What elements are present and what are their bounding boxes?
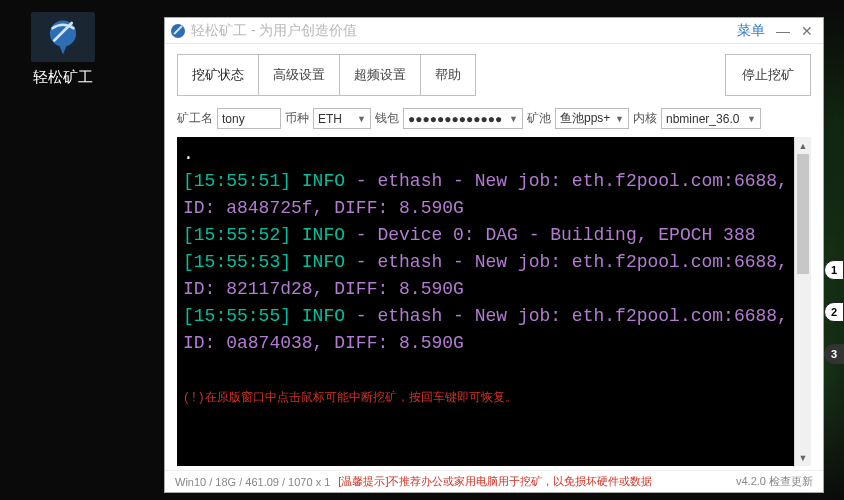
miner-name-label: 矿工名 xyxy=(177,110,213,127)
minimize-button[interactable]: — xyxy=(771,23,795,39)
status-tip: [温馨提示]不推荐办公或家用电脑用于挖矿，以免损坏硬件或数据 xyxy=(338,474,652,489)
chevron-down-icon: ▼ xyxy=(611,114,624,124)
chevron-down-icon: ▼ xyxy=(505,114,518,124)
pool-label: 矿池 xyxy=(527,110,551,127)
terminal-container: . [15:55:51] INFO - ethash - New job: et… xyxy=(177,137,811,466)
tab-help[interactable]: 帮助 xyxy=(421,54,476,96)
chevron-down-icon: ▼ xyxy=(743,114,756,124)
coin-value: ETH xyxy=(318,112,342,126)
side-pill-group: 1 2 3 xyxy=(824,260,844,364)
scroll-up-button[interactable]: ▲ xyxy=(795,137,811,154)
menu-button[interactable]: 菜单 xyxy=(731,22,771,40)
toolbar: 挖矿状态 高级设置 超频设置 帮助 停止挖矿 xyxy=(165,44,823,106)
tab-overclock[interactable]: 超频设置 xyxy=(340,54,421,96)
pool-value: 鱼池pps+ xyxy=(560,110,610,127)
wallet-select[interactable]: ●●●●●●●●●●●●●▼ xyxy=(403,108,523,129)
miner-name-input[interactable] xyxy=(217,108,281,129)
core-value: nbminer_36.0 xyxy=(666,112,739,126)
terminal-output: . [15:55:51] INFO - ethash - New job: et… xyxy=(177,137,794,466)
app-icon xyxy=(169,22,187,40)
statusbar: Win10 / 18G / 461.09 / 1070 x 1 [温馨提示]不推… xyxy=(165,470,823,492)
desktop-shortcut[interactable]: 轻松矿工 xyxy=(8,12,118,87)
window-title: 轻松矿工 - 为用户创造价值 xyxy=(191,22,357,40)
core-label: 内核 xyxy=(633,110,657,127)
system-info: Win10 / 18G / 461.09 / 1070 x 1 xyxy=(175,476,330,488)
tab-advanced[interactable]: 高级设置 xyxy=(259,54,340,96)
version-check-update[interactable]: v4.2.0 检查更新 xyxy=(736,474,813,489)
wallet-value: ●●●●●●●●●●●●● xyxy=(408,112,502,126)
titlebar: 轻松矿工 - 为用户创造价值 菜单 — ✕ xyxy=(165,18,823,44)
wallet-label: 钱包 xyxy=(375,110,399,127)
side-pill[interactable]: 3 xyxy=(824,344,844,364)
close-button[interactable]: ✕ xyxy=(795,23,819,39)
core-select[interactable]: nbminer_36.0▼ xyxy=(661,108,761,129)
coin-label: 币种 xyxy=(285,110,309,127)
scroll-down-button[interactable]: ▼ xyxy=(795,449,811,466)
side-pill[interactable]: 1 xyxy=(824,260,844,280)
field-bar: 矿工名 币种 ETH▼ 钱包 ●●●●●●●●●●●●●▼ 矿池 鱼池pps+▼… xyxy=(165,106,823,137)
pool-select[interactable]: 鱼池pps+▼ xyxy=(555,108,629,129)
scroll-track[interactable] xyxy=(795,154,811,449)
scroll-thumb[interactable] xyxy=(797,154,809,274)
chevron-down-icon: ▼ xyxy=(353,114,366,124)
desktop-shortcut-label: 轻松矿工 xyxy=(8,68,118,87)
stop-mining-button[interactable]: 停止挖矿 xyxy=(725,54,811,96)
app-window: 轻松矿工 - 为用户创造价值 菜单 — ✕ 挖矿状态 高级设置 超频设置 帮助 … xyxy=(164,17,824,493)
scrollbar: ▲ ▼ xyxy=(794,137,811,466)
coin-select[interactable]: ETH▼ xyxy=(313,108,371,129)
pickaxe-icon xyxy=(31,12,95,62)
side-pill[interactable]: 2 xyxy=(824,302,844,322)
tab-mining-status[interactable]: 挖矿状态 xyxy=(177,54,259,96)
